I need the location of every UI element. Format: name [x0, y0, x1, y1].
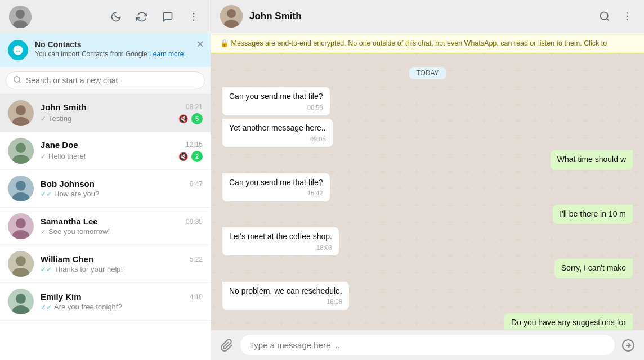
chat-info-top: Bob Johnson 6:47: [41, 179, 203, 188]
refresh-icon[interactable]: [134, 9, 150, 25]
svg-point-24: [16, 294, 26, 304]
chat-item-john-smith[interactable]: John Smith 08:21 ✓ Testing 🔇 5: [0, 94, 211, 132]
chat-name: John Smith: [41, 102, 87, 112]
svg-point-1: [16, 10, 25, 19]
chat-preview: ✓ Testing: [41, 114, 71, 123]
message-text: Let's meet at the coffee shop.: [229, 232, 332, 241]
chat-preview: ✓✓ Thanks for your help!: [41, 265, 123, 273]
more-options-icon[interactable]: [186, 9, 202, 25]
message-time: 08:58: [307, 104, 323, 112]
message-bubble: Do you have any suggestions for: [504, 313, 633, 330]
day-divider: TODAY: [222, 67, 633, 79]
user-avatar[interactable]: [9, 6, 32, 28]
svg-point-9: [16, 105, 26, 115]
chat-info-bottom: ✓✓ Are you free tonight?: [41, 303, 203, 311]
message-meta: 18:03: [229, 244, 332, 252]
chat-item-emily-kim[interactable]: Emily Kim 4:10 ✓✓ Are you free tonight?: [0, 283, 211, 321]
chat-list: John Smith 08:21 ✓ Testing 🔇 5: [0, 94, 211, 360]
chat-info-top: Emily Kim 4:10: [41, 292, 203, 302]
message-text: Can you send me that file?: [229, 92, 323, 101]
message-row: What time should w: [222, 150, 633, 170]
chat-time: 12:15: [186, 141, 203, 148]
chat-badges: 🔇 2: [178, 151, 203, 162]
chat-header: John Smith: [211, 0, 644, 33]
search-chat-icon[interactable]: [597, 8, 612, 24]
message-bubble: Can you send me that file? 08:58: [222, 87, 330, 115]
chat-info-bottom: ✓ Testing 🔇 5: [41, 113, 203, 124]
message-row: Can you send me that file? 15:42: [222, 173, 633, 201]
chat-name: Jane Doe: [41, 140, 78, 150]
message-row: Sorry, I can't make: [222, 259, 633, 278]
search-icon: [13, 75, 21, 86]
chat-item-bob-johnson[interactable]: Bob Johnson 6:47 ✓✓ How are you?: [0, 170, 211, 208]
chat-item-samantha-lee[interactable]: Samantha Lee 09:35 ✓ See you tomorrow!: [0, 208, 211, 245]
message-text: Sorry, I can't make: [561, 263, 626, 272]
svg-point-27: [227, 9, 236, 18]
message-text: Do you have any suggestions for: [511, 318, 626, 327]
message-bubble: Yet another message here.. 09:05: [222, 119, 333, 147]
message-time: 16:08: [327, 298, 342, 306]
svg-line-7: [19, 81, 20, 83]
chat-info-john-smith: John Smith 08:21 ✓ Testing 🔇 5: [41, 102, 203, 124]
svg-point-18: [16, 218, 26, 228]
message-input[interactable]: [240, 335, 615, 356]
unread-badge: 5: [191, 113, 203, 124]
svg-point-31: [627, 12, 628, 14]
new-chat-icon[interactable]: [160, 9, 176, 25]
svg-point-15: [16, 181, 26, 191]
message-bubble: Sorry, I can't make: [554, 259, 633, 278]
message-row: No problem, we can reschedule. 16:08: [222, 282, 633, 310]
avatar-william-chen: [8, 251, 34, 277]
chat-time: 09:35: [186, 218, 203, 226]
no-contacts-text: No Contacts You can import Contacts from…: [35, 40, 203, 58]
message-row: Let's meet at the coffee shop. 18:03: [222, 227, 633, 255]
sidebar-icon-group: [108, 9, 202, 25]
chat-info-emily-kim: Emily Kim 4:10 ✓✓ Are you free tonight?: [41, 292, 203, 311]
learn-more-link[interactable]: Learn more.: [149, 50, 186, 58]
message-bubble: Let's meet at the coffee shop. 18:03: [222, 227, 339, 255]
svg-point-12: [16, 143, 26, 153]
svg-point-33: [627, 19, 628, 21]
message-text: What time should w: [557, 155, 626, 164]
chat-badges: 🔇 5: [178, 113, 203, 124]
chat-item-william-chen[interactable]: William Chen 5:22 ✓✓ Thanks for your hel…: [0, 245, 211, 283]
message-text: Yet another message here..: [229, 123, 326, 132]
input-bar: [211, 330, 644, 360]
chat-info-bottom: ✓ See you tomorrow!: [41, 227, 203, 236]
no-contacts-icon: [8, 40, 28, 60]
tick-icon: ✓✓: [41, 266, 52, 273]
attach-button[interactable]: [220, 339, 234, 352]
messages-area: TODAY Can you send me that file? 08:58 Y…: [211, 53, 644, 330]
message-time: 18:03: [316, 244, 332, 252]
no-contacts-subtitle: You can import Contacts from Google Lear…: [35, 50, 203, 58]
moon-icon[interactable]: [108, 9, 124, 25]
mute-icon: 🔇: [178, 114, 188, 123]
chat-preview: ✓✓ How are you?: [41, 190, 99, 198]
chat-info-top: Jane Doe 12:15: [41, 140, 203, 150]
chat-info-top: Samantha Lee 09:35: [41, 217, 203, 226]
chat-item-jane-doe[interactable]: Jane Doe 12:15 ✓ Hello there! 🔇 2: [0, 132, 211, 170]
message-meta: 16:08: [229, 298, 342, 306]
encryption-notice: 🔒 Messages are end-to-end encrypted. No …: [211, 33, 644, 53]
chat-info-jane-doe: Jane Doe 12:15 ✓ Hello there! 🔇 2: [41, 140, 203, 162]
message-row: I'll be there in 10 m: [222, 205, 633, 224]
chat-info-bottom: ✓✓ Thanks for your help!: [41, 265, 203, 273]
message-meta: 09:05: [229, 135, 326, 143]
search-input[interactable]: [26, 76, 198, 85]
message-bubble: I'll be there in 10 m: [553, 205, 633, 224]
chat-name: William Chen: [41, 254, 93, 264]
message-time: 09:05: [310, 135, 326, 143]
no-contacts-banner: No Contacts You can import Contacts from…: [0, 33, 211, 67]
send-button[interactable]: [621, 339, 635, 352]
chat-name: Samantha Lee: [41, 217, 98, 226]
search-input-wrap: [6, 71, 205, 89]
chat-info-william-chen: William Chen 5:22 ✓✓ Thanks for your hel…: [41, 254, 203, 273]
chat-more-options-icon[interactable]: [619, 8, 635, 24]
chat-time: 5:22: [190, 255, 203, 263]
chat-name: Bob Johnson: [41, 179, 95, 188]
message-text: No problem, we can reschedule.: [229, 286, 342, 295]
close-banner-button[interactable]: ✕: [196, 39, 204, 50]
chat-header-avatar[interactable]: [220, 5, 243, 28]
chat-info-samantha-lee: Samantha Lee 09:35 ✓ See you tomorrow!: [41, 217, 203, 236]
svg-line-30: [607, 19, 609, 21]
